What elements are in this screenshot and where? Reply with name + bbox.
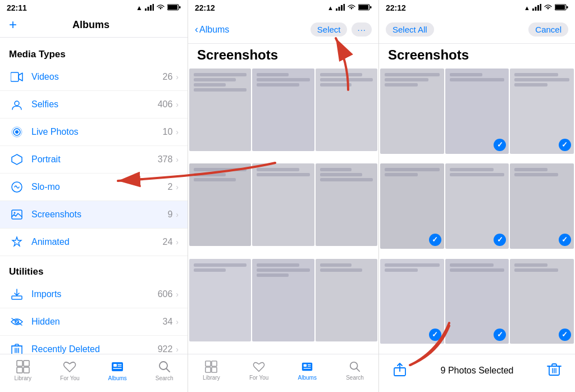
list-item-portrait[interactable]: Portrait 378 › <box>0 146 188 174</box>
videos-chevron: › <box>176 72 179 81</box>
status-bar-1: 22:11 ▲ <box>0 0 188 16</box>
photo-5[interactable] <box>252 163 314 246</box>
list-item-imports[interactable]: Imports 606 › <box>0 281 188 308</box>
list-item-hidden[interactable]: Hidden 34 › <box>0 308 188 336</box>
photo-sel-3[interactable] <box>510 69 574 154</box>
recently-deleted-count: 922 <box>158 344 173 354</box>
more-button[interactable]: ··· <box>352 22 372 37</box>
share-button[interactable] <box>393 362 407 379</box>
portrait-label: Portrait <box>31 154 158 165</box>
time-1: 22:11 <box>7 3 27 12</box>
svg-rect-28 <box>24 367 29 373</box>
time-3: 22:12 <box>386 3 406 12</box>
svg-rect-46 <box>212 367 217 372</box>
animated-label: Animated <box>31 237 163 247</box>
svg-rect-27 <box>17 367 22 373</box>
albums-header: + Albums <box>0 16 188 38</box>
photo-1[interactable] <box>189 69 251 151</box>
portrait-count: 378 <box>158 154 173 165</box>
svg-rect-26 <box>24 361 29 366</box>
svg-rect-42 <box>370 6 372 8</box>
list-item-animated[interactable]: Animated 24 › <box>0 229 188 256</box>
tab-foryou-label-1: For You <box>60 375 79 381</box>
tab-albums-1[interactable]: Albums <box>108 360 126 381</box>
photo-3[interactable] <box>316 69 377 151</box>
status-icons-2: ▲ <box>327 4 372 12</box>
recently-deleted-chevron: › <box>176 345 179 354</box>
photo-2[interactable] <box>252 69 314 151</box>
photo-sel-7[interactable] <box>380 259 444 344</box>
screenshots-label: Screenshots <box>31 209 167 220</box>
photo-sel-9[interactable] <box>510 259 574 344</box>
svg-rect-1 <box>148 7 149 11</box>
trash-button[interactable] <box>547 362 562 379</box>
svg-rect-44 <box>212 361 217 366</box>
photo-9[interactable] <box>316 259 377 341</box>
list-item-videos[interactable]: Videos 26 › <box>0 63 188 91</box>
hidden-chevron: › <box>176 317 179 326</box>
time-2: 22:12 <box>195 3 215 12</box>
svg-rect-39 <box>344 4 345 11</box>
list-item-screenshots[interactable]: Screenshots 9 › <box>0 201 188 229</box>
svg-rect-0 <box>145 8 147 11</box>
svg-rect-54 <box>532 8 534 11</box>
location-icon-3: ▲ <box>524 4 530 11</box>
selfies-chevron: › <box>176 100 179 109</box>
wifi-icon <box>156 4 165 12</box>
svg-point-8 <box>15 101 19 106</box>
tab-foryou-1[interactable]: For You <box>60 360 79 381</box>
photo-grid-2 <box>188 67 378 354</box>
list-item-selfies[interactable]: Selfies 406 › <box>0 91 188 118</box>
nav-actions-2: Select ··· <box>311 22 372 37</box>
tab-albums-2[interactable]: Albums <box>298 361 317 381</box>
list-item-slo-mo[interactable]: Slo-mo 2 › <box>0 174 188 201</box>
videos-count: 26 <box>163 72 173 82</box>
photo-sel-8[interactable] <box>445 259 509 344</box>
photo-sel-1[interactable] <box>380 69 444 154</box>
add-album-button[interactable]: + <box>9 18 17 31</box>
slo-mo-count: 2 <box>167 182 172 192</box>
list-item-recently-deleted[interactable]: Recently Deleted 922 › <box>0 336 188 354</box>
photo-8[interactable] <box>252 259 314 341</box>
svg-line-53 <box>357 368 359 371</box>
page-title-3: Screenshots <box>388 47 469 62</box>
photo-4[interactable] <box>189 163 251 246</box>
tab-foryou-label-2: For You <box>249 375 268 381</box>
screenshots-icon <box>9 207 25 222</box>
tab-search-1[interactable]: Search <box>156 360 174 381</box>
tab-library-label-2: Library <box>203 375 220 381</box>
albums-title: Albums <box>72 19 109 31</box>
tab-foryou-2[interactable]: For You <box>249 361 268 381</box>
back-button[interactable]: ‹ Albums <box>195 24 229 35</box>
photo-sel-4[interactable] <box>380 163 444 249</box>
battery-icon-2 <box>358 4 372 12</box>
tab-search-2[interactable]: Search <box>346 361 364 381</box>
tab-albums-label-2: Albums <box>298 375 317 381</box>
selfies-count: 406 <box>158 99 173 110</box>
nav-bar-3: Select All Cancel <box>379 16 575 44</box>
svg-line-19 <box>12 318 22 325</box>
battery-icon-3 <box>555 4 568 12</box>
svg-rect-36 <box>336 8 337 11</box>
live-photos-chevron: › <box>176 127 179 136</box>
select-all-button[interactable]: Select All <box>386 22 434 37</box>
live-photos-icon <box>9 124 25 140</box>
hidden-count: 34 <box>163 317 173 327</box>
tab-library-label-1: Library <box>14 375 31 381</box>
svg-marker-12 <box>12 154 22 165</box>
photo-sel-5[interactable] <box>445 163 509 249</box>
albums-scroll: Media Types Videos 26 › Selfies 406 › <box>0 38 188 354</box>
live-photos-count: 10 <box>163 127 173 137</box>
list-item-live-photos[interactable]: Live Photos 10 › <box>0 118 188 146</box>
svg-rect-60 <box>567 6 568 8</box>
photo-7[interactable] <box>189 259 251 341</box>
photo-6[interactable] <box>316 163 377 246</box>
select-button[interactable]: Select <box>311 22 348 37</box>
wifi-icon-2 <box>347 4 356 12</box>
tab-library-1[interactable]: Library <box>14 360 31 381</box>
photo-sel-2[interactable] <box>445 69 509 154</box>
tab-library-2[interactable]: Library <box>203 361 220 381</box>
selfies-label: Selfies <box>31 99 158 110</box>
photo-sel-6[interactable] <box>510 163 574 249</box>
cancel-button[interactable]: Cancel <box>528 22 568 37</box>
